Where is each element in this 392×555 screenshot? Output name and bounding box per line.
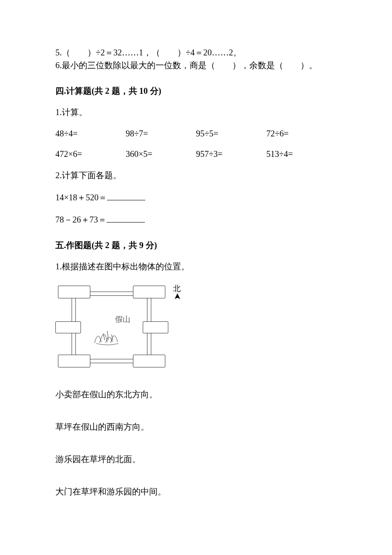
drawing-stmt-2: 草坪在假山的西南方向。 bbox=[55, 421, 337, 432]
drawing-stmt-4: 大门在草坪和游乐园的中间。 bbox=[55, 486, 337, 497]
calc-eq2: 78－26＋73＝ bbox=[55, 213, 337, 225]
calc-q1-label: 1.计算。 bbox=[55, 107, 337, 118]
calc-eq2-lhs: 78－26＋73＝ bbox=[55, 215, 107, 224]
map-box-tl bbox=[58, 286, 90, 298]
hill-icon bbox=[90, 321, 124, 347]
calc-cell: 957÷3= bbox=[196, 148, 266, 159]
calc-eq1: 14×18＋520＝ bbox=[55, 191, 337, 203]
drawing-stmt-1: 小卖部在假山的东北方向。 bbox=[55, 389, 337, 400]
calc-cell: 48÷4= bbox=[55, 128, 126, 139]
page-content: 5.（ ）÷2＝32……1，（ ）÷4＝20……2。 6.最小的三位数除以最大的… bbox=[55, 47, 337, 497]
section-4-title: 四.计算题(共 2 题，共 10 分) bbox=[55, 85, 337, 96]
map-figure: 假山 北 ➤ [data-name="north-arrow-icon"] { … bbox=[55, 282, 187, 376]
north-char: 北 bbox=[173, 284, 181, 293]
calc-cell: 98÷7= bbox=[126, 128, 196, 139]
calc-cell: 72÷6= bbox=[266, 128, 337, 139]
calc-row-2: 472×6= 360×5= 957÷3= 513÷4= bbox=[55, 148, 337, 159]
blank-line bbox=[107, 213, 145, 223]
fill-q6: 6.最小的三位数除以最大的一位数，商是（ ），余数是（ ）。 bbox=[55, 60, 337, 71]
calc-q2-label: 2.计算下面各题。 bbox=[55, 170, 337, 181]
calc-cell: 360×5= bbox=[126, 148, 196, 159]
drawing-stmt-3: 游乐园在草坪的北面。 bbox=[55, 454, 337, 465]
calc-cell: 472×6= bbox=[55, 148, 126, 159]
map-box-ml bbox=[55, 321, 81, 333]
map-box-bl bbox=[58, 355, 90, 367]
calc-eq1-lhs: 14×18＋520＝ bbox=[55, 193, 107, 202]
north-indicator: 北 ➤ bbox=[173, 285, 181, 300]
map-box-tr bbox=[133, 286, 165, 298]
drawing-q1-label: 1.根据描述在图中标出物体的位置。 bbox=[55, 261, 337, 272]
calc-cell: 95÷5= bbox=[196, 128, 266, 139]
calc-row-1: 48÷4= 98÷7= 95÷5= 72÷6= bbox=[55, 128, 337, 139]
calc-cell: 513÷4= bbox=[266, 148, 337, 159]
hill-label: 假山 bbox=[115, 315, 130, 324]
fill-q5: 5.（ ）÷2＝32……1，（ ）÷4＝20……2。 bbox=[55, 47, 337, 58]
section-5-title: 五.作图题(共 2 题，共 9 分) bbox=[55, 240, 337, 251]
north-arrow-icon: ➤ bbox=[173, 293, 181, 300]
blank-line bbox=[107, 191, 145, 200]
map-box-mr bbox=[143, 321, 168, 333]
map-box-br bbox=[133, 355, 165, 367]
